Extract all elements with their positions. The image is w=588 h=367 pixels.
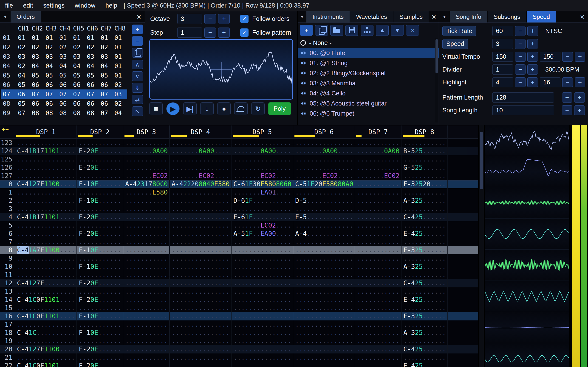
pattern-cell[interactable]: C-425......	[401, 279, 448, 287]
tick-rate-input[interactable]: 60	[493, 26, 513, 36]
pattern-cell[interactable]: ...........	[401, 271, 448, 279]
order-cell[interactable]: 01	[17, 34, 31, 41]
pattern-cell[interactable]: F-20E......	[77, 362, 123, 367]
pattern-cell[interactable]: ...............	[15, 164, 77, 172]
menu-settings[interactable]: settings	[38, 2, 69, 9]
menu-file[interactable]: file	[0, 2, 18, 9]
pattern-cell[interactable]: ...............	[170, 230, 232, 238]
order-cell[interactable]: 07	[72, 91, 86, 98]
channel-header[interactable]: DSP 5	[232, 125, 293, 138]
instrument-item[interactable]: 03: @3 Marimba	[298, 78, 439, 88]
instruments-menu-icon[interactable]: ▾	[298, 11, 306, 23]
pattern-row[interactable]: 5.......................................…	[0, 221, 478, 230]
order-row[interactable]: 010101010101010101	[1, 33, 127, 42]
song-length-increase-button[interactable]: +	[574, 105, 585, 115]
order-cell[interactable]: 06	[58, 81, 72, 88]
tab-instruments[interactable]: Instruments	[306, 11, 350, 23]
speed-toggle[interactable]: Speed	[442, 39, 468, 49]
pattern-cell[interactable]: ...............	[170, 263, 232, 271]
pattern-cell[interactable]: ...........	[123, 312, 170, 320]
instrument-item[interactable]: 02: @2 Blingy/Glockenspiel	[298, 68, 439, 78]
pattern-cell[interactable]: F-20E......	[77, 345, 123, 353]
order-cell[interactable]: 07	[44, 91, 58, 98]
order-cell[interactable]: 04	[72, 62, 86, 69]
pattern-cell[interactable]: C-61F30E5808060	[232, 180, 293, 188]
pattern-cell[interactable]: ...........	[355, 139, 401, 147]
order-cell[interactable]: 03	[17, 53, 31, 60]
pattern-cell[interactable]: ...........	[355, 362, 401, 367]
order-cell[interactable]: 06	[100, 100, 113, 107]
pattern-row[interactable]: 11......................................…	[0, 271, 478, 279]
record-button[interactable]: ●	[217, 102, 231, 115]
order-cell[interactable]: 06	[17, 91, 31, 98]
pattern-row[interactable]: 124C-41B171101....E-20E.............0A00…	[0, 147, 478, 155]
pattern-cell[interactable]: ...............	[293, 337, 355, 345]
instrument-item[interactable]: 00: @0 Flute	[298, 48, 439, 58]
pattern-cell[interactable]: E-5............	[293, 213, 355, 221]
pattern-cell[interactable]: ...............	[170, 246, 232, 254]
pattern-cell[interactable]: ...............	[293, 329, 355, 337]
pattern-cell[interactable]: ...............	[293, 188, 355, 197]
pattern-cell[interactable]: ...............	[170, 337, 232, 345]
order-cell[interactable]: 04	[31, 62, 44, 69]
order-cell[interactable]: 01	[100, 34, 113, 41]
pattern-cell[interactable]: ...........	[77, 188, 123, 197]
pattern-cell[interactable]: ...........	[77, 320, 123, 329]
tab-subsongs[interactable]: Subsongs	[488, 11, 527, 23]
pattern-cell[interactable]: ...........	[401, 172, 448, 180]
tab-samples[interactable]: Samples	[393, 11, 429, 23]
step-row-button[interactable]: ↓	[200, 102, 214, 115]
pattern-cell[interactable]: ...............	[232, 139, 293, 147]
pattern-row[interactable]: 3.......................................…	[0, 205, 478, 213]
tab-wavetables[interactable]: Wavetables	[350, 11, 393, 23]
order-cell[interactable]: 01	[113, 34, 127, 41]
pattern-cell[interactable]: ...............	[293, 320, 355, 329]
order-cell[interactable]: 01	[86, 34, 100, 41]
order-cell[interactable]: 01	[113, 72, 127, 79]
pattern-cell[interactable]: ...............	[293, 254, 355, 263]
pattern-cell[interactable]: ...........	[355, 246, 401, 254]
pattern-cell[interactable]: ...............	[293, 271, 355, 279]
delete-instrument-button[interactable]: ×	[406, 25, 419, 36]
pattern-cell[interactable]: ...............	[170, 320, 232, 329]
pattern-cell[interactable]: C-51E20E58080A0	[293, 180, 355, 188]
order-cell[interactable]: 07	[100, 109, 113, 117]
pattern-cell[interactable]: C-41C0F1101....	[15, 362, 77, 367]
pattern-cell[interactable]: ...........	[123, 353, 170, 362]
order-cell[interactable]: 05	[31, 72, 44, 79]
pattern-cell[interactable]: ...........	[77, 238, 123, 246]
tick-rate-toggle[interactable]: Tick Rate	[442, 26, 476, 36]
order-change-mode-button[interactable]: ⇄	[132, 95, 143, 104]
move-order-up-button[interactable]: ∧	[132, 60, 143, 69]
pattern-cell[interactable]: ...............	[293, 345, 355, 353]
pattern-cell[interactable]: ...............	[293, 287, 355, 296]
pattern-cell[interactable]: C-41B171101....	[15, 147, 77, 155]
pattern-cell[interactable]: F-10E......	[77, 246, 123, 254]
pattern-cell[interactable]: ...........	[123, 197, 170, 205]
pattern-cell[interactable]: ...............	[15, 271, 77, 279]
pattern-cell[interactable]: ...........	[355, 205, 401, 213]
pattern-cell[interactable]: ...............	[170, 164, 232, 172]
order-cell[interactable]: 03	[72, 53, 86, 60]
pattern-cell[interactable]: ...........	[355, 337, 401, 345]
pattern-cell[interactable]: ...............	[232, 155, 293, 164]
pattern-cell[interactable]: C-4127F1100....	[15, 180, 77, 188]
pattern-scrollbar-thumb[interactable]	[480, 132, 483, 189]
pattern-length-input[interactable]: 128	[493, 92, 554, 102]
pattern-cell[interactable]: .......0A00	[123, 147, 170, 155]
virtual-tempo-den-decrease-button[interactable]: −	[562, 52, 573, 62]
order-cell[interactable]: 02	[31, 44, 44, 51]
pattern-cell[interactable]: ...............	[232, 337, 293, 345]
pattern-length-increase-button[interactable]: +	[574, 92, 585, 102]
pattern-cell[interactable]: G-525......	[401, 164, 448, 172]
pattern-cell[interactable]: ...............	[15, 238, 77, 246]
pattern-row[interactable]: 13......................................…	[0, 287, 478, 296]
order-cell[interactable]: 04	[44, 62, 58, 69]
pattern-cell[interactable]: ...........	[355, 164, 401, 172]
pattern-cell[interactable]: ...............	[170, 238, 232, 246]
pattern-cell[interactable]: ...........	[77, 287, 123, 296]
pattern-cell[interactable]: ...............	[170, 287, 232, 296]
duplicate-order-to-end-button[interactable]: ⇓	[132, 83, 143, 93]
pattern-cell[interactable]: ...........	[355, 287, 401, 296]
pattern-row[interactable]: 1.................................E580..…	[0, 188, 478, 197]
